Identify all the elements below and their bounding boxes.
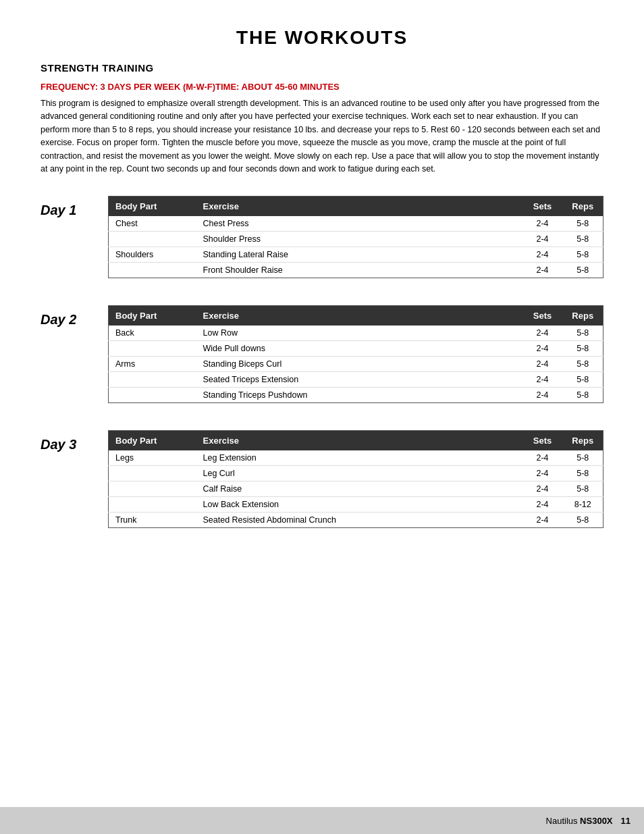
cell-exercise: Seated Resisted Abdominal Crunch: [196, 513, 522, 528]
footer-bar: Nautilus NS300X 11: [0, 807, 644, 834]
cell-sets: 2-4: [522, 513, 563, 528]
cell-sets: 2-4: [522, 263, 563, 278]
cell-reps: 5-8: [563, 372, 603, 388]
cell-exercise: Standing Triceps Pushdown: [196, 388, 522, 403]
col-header-reps-1: Reps: [563, 197, 603, 217]
day-1-section: Day 1 Body Part Exercise Sets Reps Chest…: [41, 196, 603, 278]
col-header-body-part-1: Body Part: [109, 197, 196, 217]
day-2-section: Day 2 Body Part Exercise Sets Reps BackL…: [41, 305, 603, 403]
col-header-reps-3: Reps: [563, 431, 603, 451]
col-header-exercise-1: Exercise: [196, 197, 522, 217]
cell-reps: 5-8: [563, 357, 603, 372]
cell-reps: 5-8: [563, 513, 603, 528]
cell-reps: 5-8: [563, 481, 603, 497]
table-row: Standing Triceps Pushdown2-45-8: [109, 388, 603, 403]
cell-exercise: Standing Lateral Raise: [196, 247, 522, 263]
cell-exercise: Front Shoulder Raise: [196, 263, 522, 278]
cell-sets: 2-4: [522, 325, 563, 341]
cell-sets: 2-4: [522, 357, 563, 372]
col-header-sets-3: Sets: [522, 431, 563, 451]
cell-sets: 2-4: [522, 372, 563, 388]
cell-sets: 2-4: [522, 247, 563, 263]
cell-body-part: Shoulders: [109, 247, 196, 263]
cell-reps: 5-8: [563, 388, 603, 403]
cell-exercise: Leg Curl: [196, 466, 522, 481]
table-row: Low Back Extension2-48-12: [109, 497, 603, 513]
footer-content: Nautilus NS300X 11: [546, 816, 630, 826]
cell-reps: 5-8: [563, 325, 603, 341]
cell-exercise: Standing Biceps Curl: [196, 357, 522, 372]
cell-sets: 2-4: [522, 466, 563, 481]
cell-sets: 2-4: [522, 481, 563, 497]
cell-exercise: Low Back Extension: [196, 497, 522, 513]
cell-body-part: [109, 232, 196, 247]
cell-body-part: [109, 372, 196, 388]
cell-body-part: Trunk: [109, 513, 196, 528]
cell-body-part: [109, 263, 196, 278]
cell-sets: 2-4: [522, 497, 563, 513]
table-row: TrunkSeated Resisted Abdominal Crunch2-4…: [109, 513, 603, 528]
col-header-sets-1: Sets: [522, 197, 563, 217]
cell-body-part: [109, 388, 196, 403]
cell-exercise: Chest Press: [196, 216, 522, 232]
section-title: STRENGTH TRAINING: [41, 62, 603, 74]
cell-sets: 2-4: [522, 232, 563, 247]
cell-body-part: [109, 341, 196, 357]
cell-sets: 2-4: [522, 216, 563, 232]
cell-reps: 5-8: [563, 216, 603, 232]
day-3-label: Day 3: [41, 430, 108, 452]
cell-exercise: Shoulder Press: [196, 232, 522, 247]
table-row: ShouldersStanding Lateral Raise2-45-8: [109, 247, 603, 263]
table-row: Wide Pull downs2-45-8: [109, 341, 603, 357]
table-row: ChestChest Press2-45-8: [109, 216, 603, 232]
cell-exercise: Low Row: [196, 325, 522, 341]
cell-body-part: Arms: [109, 357, 196, 372]
cell-reps: 5-8: [563, 450, 603, 466]
cell-reps: 5-8: [563, 247, 603, 263]
table-row: Shoulder Press2-45-8: [109, 232, 603, 247]
cell-reps: 5-8: [563, 341, 603, 357]
table-row: Seated Triceps Extension2-45-8: [109, 372, 603, 388]
day-2-label: Day 2: [41, 305, 108, 328]
cell-exercise: Wide Pull downs: [196, 341, 522, 357]
page-wrapper: THE WORKOUTS STRENGTH TRAINING FREQUENCY…: [0, 0, 644, 834]
col-header-exercise-2: Exercise: [196, 306, 522, 326]
col-header-body-part-2: Body Part: [109, 306, 196, 326]
cell-sets: 2-4: [522, 388, 563, 403]
day-1-label: Day 1: [41, 196, 108, 218]
table-row: LegsLeg Extension2-45-8: [109, 450, 603, 466]
cell-sets: 2-4: [522, 341, 563, 357]
day-1-table: Body Part Exercise Sets Reps ChestChest …: [108, 196, 603, 278]
cell-body-part: [109, 497, 196, 513]
cell-body-part: Legs: [109, 450, 196, 466]
cell-reps: 5-8: [563, 466, 603, 481]
day-3-section: Day 3 Body Part Exercise Sets Reps LegsL…: [41, 430, 603, 528]
col-header-reps-2: Reps: [563, 306, 603, 326]
col-header-exercise-3: Exercise: [196, 431, 522, 451]
cell-reps: 8-12: [563, 497, 603, 513]
table-row: Front Shoulder Raise2-45-8: [109, 263, 603, 278]
cell-reps: 5-8: [563, 263, 603, 278]
cell-exercise: Calf Raise: [196, 481, 522, 497]
cell-sets: 2-4: [522, 450, 563, 466]
intro-text: This program is designed to emphasize ov…: [41, 97, 603, 176]
cell-exercise: Leg Extension: [196, 450, 522, 466]
frequency-title: FREQUENCY: 3 DAYS PER WEEK (M-W-F)TIME: …: [41, 82, 603, 92]
cell-reps: 5-8: [563, 232, 603, 247]
cell-body-part: Back: [109, 325, 196, 341]
cell-body-part: Chest: [109, 216, 196, 232]
footer-brand-bold: NS300X: [580, 816, 612, 826]
table-row: Calf Raise2-45-8: [109, 481, 603, 497]
page-title: THE WORKOUTS: [41, 27, 603, 49]
footer-page-number: 11: [621, 816, 630, 826]
table-row: BackLow Row2-45-8: [109, 325, 603, 341]
footer-brand: Nautilus NS300X: [546, 816, 613, 826]
day-2-table: Body Part Exercise Sets Reps BackLow Row…: [108, 305, 603, 403]
col-header-body-part-3: Body Part: [109, 431, 196, 451]
table-row: Leg Curl2-45-8: [109, 466, 603, 481]
col-header-sets-2: Sets: [522, 306, 563, 326]
cell-body-part: [109, 466, 196, 481]
table-row: ArmsStanding Biceps Curl2-45-8: [109, 357, 603, 372]
day-3-table: Body Part Exercise Sets Reps LegsLeg Ext…: [108, 430, 603, 528]
cell-exercise: Seated Triceps Extension: [196, 372, 522, 388]
